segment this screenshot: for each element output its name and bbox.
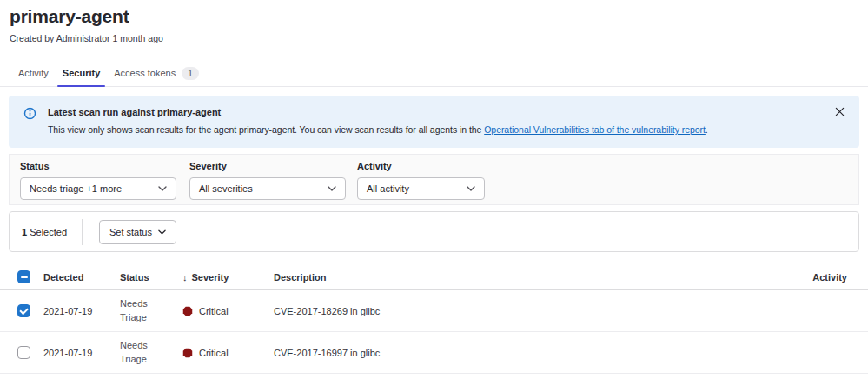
header-status[interactable]: Status [120,272,182,283]
status-filter-dropdown[interactable]: Needs triage +1 more [20,177,176,200]
row-checkbox[interactable] [17,346,30,359]
banner-title: Latest scan run against primary-agent [48,106,708,119]
close-icon[interactable] [833,105,846,118]
table-header-row: Detected Status ↓ Severity Description A… [0,264,868,290]
info-icon [23,107,36,120]
cell-severity-label: Critical [199,348,229,358]
set-status-label: Set status [109,227,152,237]
banner-text: Latest scan run against primary-agent Th… [48,106,708,148]
access-tokens-count-badge: 1 [182,67,199,80]
tab-bar: Activity Security Access tokens 1 [0,60,868,87]
header-activity[interactable]: Activity [778,272,847,283]
cell-description[interactable]: CVE-2017-16997 in glibc [274,348,778,358]
sort-descending-icon: ↓ [182,272,188,283]
agent-security-page: primary-agent Created by Administrator 1… [0,5,868,379]
tab-access-tokens-label: Access tokens [114,61,176,86]
status-filter-label: Status [20,161,176,172]
selected-count: 1 Selected [22,227,67,237]
cell-detected: 2021-07-19 [43,348,120,358]
header-detected[interactable]: Detected [43,272,120,283]
tab-security-label: Security [63,61,100,86]
cell-severity: Critical [182,306,274,316]
chevron-down-icon [158,229,166,235]
filter-bar: Status Needs triage +1 more Severity All… [9,154,859,205]
status-filter-value: Needs triage +1 more [30,183,122,194]
severity-critical-icon [182,348,193,358]
severity-filter-label: Severity [189,161,346,172]
header-severity[interactable]: ↓ Severity [182,272,274,283]
header-description[interactable]: Description [274,272,778,283]
selected-count-label: Selected [30,227,67,237]
chevron-down-icon [328,186,336,191]
cell-severity: Critical [182,348,274,358]
tab-activity-label: Activity [18,61,49,86]
cell-status: Needs Triage [120,297,162,325]
cell-status: Needs Triage [120,339,162,367]
tab-activity[interactable]: Activity [11,60,56,86]
banner-body-prefix: This view only shows scan results for th… [48,124,484,135]
activity-filter-dropdown[interactable]: All activity [357,177,485,200]
tab-security[interactable]: Security [56,60,107,86]
vulnerability-report-link[interactable]: Operational Vulnerabilities tab of the v… [484,124,706,135]
banner-body-suffix: . [706,124,708,135]
cell-severity-label: Critical [199,306,229,316]
filter-group-status: Status Needs triage +1 more [20,161,176,200]
page-title: primary-agent [10,5,868,28]
severity-critical-icon [182,306,193,316]
chevron-down-icon [467,186,475,191]
filter-group-severity: Severity All severities [189,161,346,200]
table-row[interactable]: 2021-07-19 Needs Triage Critical CVE-201… [0,290,868,332]
filter-group-activity: Activity All activity [357,161,485,200]
page-subtitle: Created by Administrator 1 month ago [10,32,868,44]
activity-filter-value: All activity [367,183,409,194]
severity-filter-value: All severities [199,183,253,194]
header-severity-label: Severity [192,272,229,283]
table-row[interactable]: 2021-07-19 Needs Triage Critical CVE-201… [0,332,868,374]
severity-filter-dropdown[interactable]: All severities [189,177,346,200]
chevron-down-icon [158,186,167,191]
select-all-checkbox[interactable] [17,270,30,283]
activity-filter-label: Activity [357,161,485,172]
cell-description[interactable]: CVE-2017-18269 in glibc [274,306,778,316]
vertical-divider [82,219,83,245]
cell-detected: 2021-07-19 [43,306,120,316]
set-status-button[interactable]: Set status [99,220,176,244]
info-banner: Latest scan run against primary-agent Th… [9,96,859,148]
banner-body: This view only shows scan results for th… [48,123,708,136]
selection-summary-bar: 1 Selected Set status [9,211,859,252]
vulnerability-table: Detected Status ↓ Severity Description A… [0,264,868,374]
row-checkbox[interactable] [17,304,30,317]
tab-access-tokens[interactable]: Access tokens 1 [107,60,205,86]
selected-count-number: 1 [22,227,27,237]
